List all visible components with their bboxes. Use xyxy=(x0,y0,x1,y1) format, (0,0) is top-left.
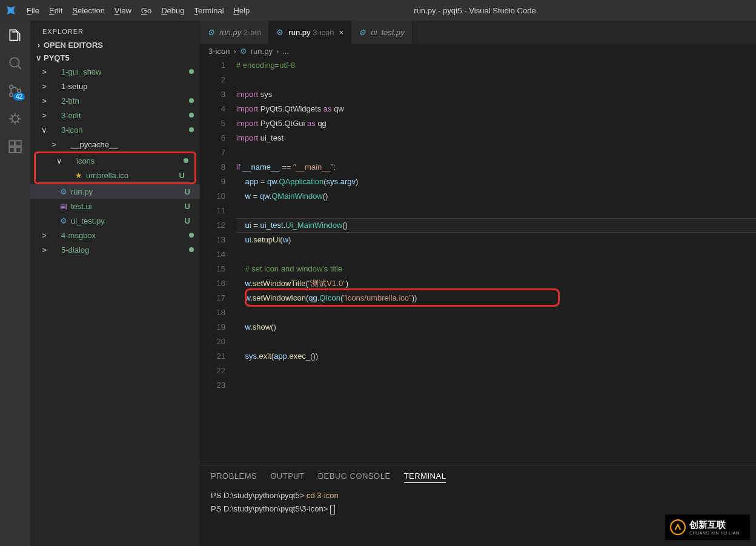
svg-rect-5 xyxy=(9,141,15,146)
menu-terminal[interactable]: Terminal xyxy=(189,2,228,19)
code-line-9[interactable]: app = qw.QApplication(sys.argv) xyxy=(236,175,756,189)
close-icon[interactable]: × xyxy=(339,28,344,37)
window-title: run.py - pyqt5 - Visual Studio Code xyxy=(414,6,536,15)
code-line-10[interactable]: w = qw.QMainWindow() xyxy=(236,189,756,204)
git-status-u: U xyxy=(176,171,188,180)
code-line-17[interactable]: w.setWindowIcon(qg.QIcon("icons/umbrella… xyxy=(236,291,756,305)
git-status-u: U xyxy=(181,216,194,225)
code-line-11[interactable] xyxy=(236,204,756,218)
scm-badge: 42 xyxy=(13,93,25,101)
menu-edit[interactable]: Edit xyxy=(44,2,67,19)
explorer-icon[interactable] xyxy=(7,27,24,44)
menu-selection[interactable]: Selection xyxy=(67,2,109,19)
tree-item-2-btn[interactable]: >2-btn xyxy=(30,93,200,108)
code-line-14[interactable] xyxy=(236,247,756,262)
tree-item-1-setup[interactable]: >1-setup xyxy=(30,79,200,93)
menu-go[interactable]: Go xyxy=(136,2,156,19)
code-content[interactable]: # encoding=utf-8 import sysimport PyQt5.… xyxy=(236,58,756,465)
code-line-13[interactable]: ui.setupUi(w) xyxy=(236,233,756,247)
code-line-1[interactable]: # encoding=utf-8 xyxy=(236,58,756,73)
tree-label: test.ui xyxy=(71,202,181,211)
tree-item-4-msgbox[interactable]: >4-msgbox xyxy=(30,228,200,242)
tree-item-icons[interactable]: ∨icons xyxy=(36,153,194,168)
tree-item-3-edit[interactable]: >3-edit xyxy=(30,108,200,122)
code-line-7[interactable] xyxy=(236,145,756,160)
svg-point-0 xyxy=(10,58,19,67)
code-line-15[interactable]: # set icon and window's title xyxy=(236,262,756,276)
open-editors-section[interactable]: ›OPEN EDITORS xyxy=(30,39,200,52)
git-modified-dot xyxy=(189,69,194,74)
breadcrumb[interactable]: 3-icon› ⚙ run.py› ... xyxy=(200,44,756,58)
code-line-4[interactable]: import PyQt5.QtWidgets as qw xyxy=(236,102,756,116)
tree-label: 2-btn xyxy=(61,96,189,105)
watermark-logo: 创新互联 CHUANG XIN HU LIAN xyxy=(665,514,750,540)
debug-icon[interactable] xyxy=(7,110,24,127)
git-modified-dot xyxy=(189,233,194,238)
scm-icon[interactable]: 42 xyxy=(7,82,24,99)
project-section[interactable]: ∨PYQT5 xyxy=(30,52,200,64)
code-line-5[interactable]: import PyQt5.QtGui as qg xyxy=(236,116,756,131)
code-line-19[interactable]: w.show() xyxy=(236,320,756,335)
svg-point-4 xyxy=(12,116,19,122)
activity-bar: 42 xyxy=(0,21,30,546)
tree-item-run-py[interactable]: ⚙run.pyU xyxy=(30,184,200,199)
code-line-20[interactable] xyxy=(236,335,756,349)
svg-point-2 xyxy=(10,93,13,96)
menu-view[interactable]: View xyxy=(110,2,136,19)
python-icon: ⚙ xyxy=(240,47,247,56)
code-line-8[interactable]: if __name__ == "__main__": xyxy=(236,160,756,175)
tree-item-ui-test-py[interactable]: ⚙ui_test.pyU xyxy=(30,213,200,228)
tree-label: 1-setup xyxy=(61,82,194,91)
line-gutter: 1234567891011121314151617181920212223 xyxy=(200,58,236,465)
tree-item-umbrella-ico[interactable]: ★umbrella.icoU xyxy=(36,168,194,182)
tree-item-5-dialog[interactable]: >5-dialog xyxy=(30,242,200,257)
code-line-2[interactable] xyxy=(236,73,756,87)
tree-label: 1-gui_show xyxy=(61,67,189,76)
tree-item-test-ui[interactable]: ▤test.uiU xyxy=(30,199,200,213)
tree-label: 4-msgbox xyxy=(61,231,189,240)
red-highlight-box: ∨icons★umbrella.icoU xyxy=(34,151,196,184)
code-line-23[interactable] xyxy=(236,378,756,393)
extensions-icon[interactable] xyxy=(7,138,24,155)
tab-ui_test-py[interactable]: ⚙ui_test.py xyxy=(351,21,413,44)
menu-help[interactable]: Help xyxy=(229,2,255,19)
code-line-21[interactable]: sys.exit(app.exec_()) xyxy=(236,349,756,364)
code-line-22[interactable] xyxy=(236,364,756,378)
menu-debug[interactable]: Debug xyxy=(156,2,189,19)
tree-label: 3-icon xyxy=(61,125,189,135)
tree-item-1-gui-show[interactable]: >1-gui_show xyxy=(30,64,200,79)
python-icon: ⚙ xyxy=(207,28,214,37)
ui-file-icon: ▤ xyxy=(58,202,69,211)
python-icon: ⚙ xyxy=(359,28,366,37)
panel-tab-output[interactable]: OUTPUT xyxy=(270,471,304,483)
search-icon[interactable] xyxy=(7,55,24,72)
git-status-u: U xyxy=(181,187,194,196)
svg-point-9 xyxy=(671,520,685,534)
code-line-18[interactable] xyxy=(236,305,756,320)
python-icon: ⚙ xyxy=(58,187,69,196)
git-modified-dot xyxy=(189,98,194,103)
tab-run-py-2-btn[interactable]: ⚙run.py 2-btn xyxy=(200,21,269,44)
python-icon: ⚙ xyxy=(276,28,284,37)
git-modified-dot xyxy=(184,158,188,163)
code-line-6[interactable]: import ui_test xyxy=(236,131,756,145)
explorer-sidebar: EXPLORER ›OPEN EDITORS ∨PYQT5 >1-gui_sho… xyxy=(30,21,200,546)
panel-tab-debug-console[interactable]: DEBUG CONSOLE xyxy=(318,471,391,483)
code-editor[interactable]: 1234567891011121314151617181920212223 # … xyxy=(200,58,756,465)
tree-label: 5-dialog xyxy=(61,245,189,255)
tree-label: 3-edit xyxy=(61,111,189,120)
panel-tab-problems[interactable]: PROBLEMS xyxy=(211,471,257,483)
git-status-u: U xyxy=(181,202,194,211)
code-line-16[interactable]: w.setWindowTitle("测试V1.0") xyxy=(236,276,756,291)
tree-item-3-icon[interactable]: ∨3-icon xyxy=(30,122,200,137)
svg-rect-7 xyxy=(9,147,15,153)
tree-item---pycache--[interactable]: >__pycache__ xyxy=(30,137,200,151)
code-line-3[interactable]: import sys xyxy=(236,87,756,102)
panel-tab-terminal[interactable]: TERMINAL xyxy=(404,471,446,483)
tree-label: icons xyxy=(76,156,184,165)
editor-tabs: ⚙run.py 2-btn⚙run.py 3-icon×⚙ui_test.py xyxy=(200,21,756,44)
git-modified-dot xyxy=(189,113,194,118)
sidebar-title: EXPLORER xyxy=(30,21,200,39)
menu-file[interactable]: File xyxy=(22,2,44,19)
tab-run-py-3-icon[interactable]: ⚙run.py 3-icon× xyxy=(269,21,351,44)
